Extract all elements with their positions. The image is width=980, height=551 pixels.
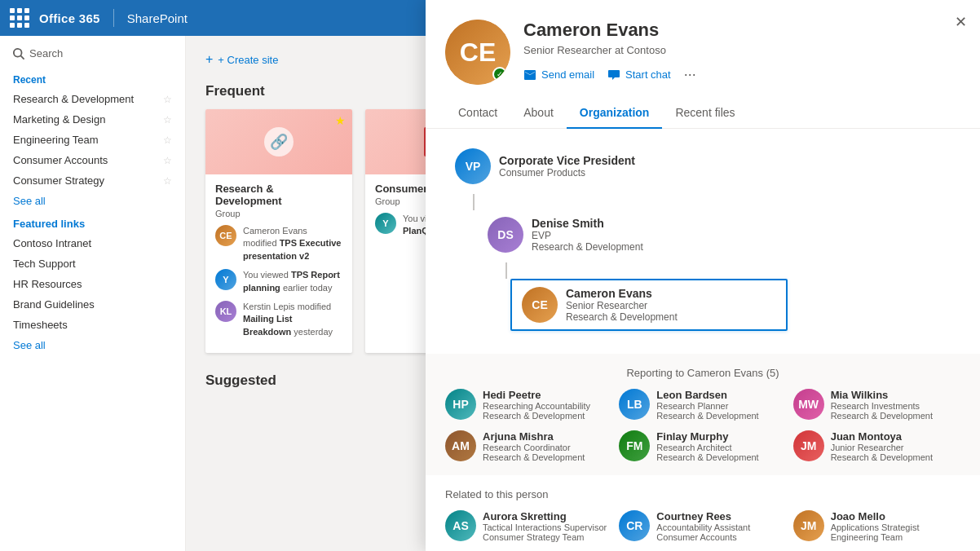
chat-icon <box>607 68 620 82</box>
related-section: Related to this person AS Aurora Skretti… <box>426 475 980 551</box>
tab-organization[interactable]: Organization <box>567 98 663 129</box>
rd-star[interactable]: ★ <box>335 114 346 127</box>
profile-name: Cameron Evans <box>523 20 960 41</box>
report-role-juan: Junior Researcher <box>831 443 933 452</box>
profile-info: Cameron Evans Senior Researcher at Conto… <box>523 20 960 83</box>
report-dept-mia: Research & Development <box>831 411 933 421</box>
report-avatar-mia: MW <box>793 389 824 420</box>
report-avatar-hedi: HP <box>445 389 476 420</box>
more-actions-button[interactable]: ··· <box>684 66 696 83</box>
org-denise-dept: Research & Development <box>532 241 745 253</box>
tab-contact[interactable]: Contact <box>445 98 510 129</box>
avatar-you: Y <box>215 269 236 290</box>
rd-card-body: Research & Development Group CE Cameron … <box>205 174 352 353</box>
org-vp-name: Corporate Vice President <box>499 154 713 167</box>
sidebar-link-contoso[interactable]: Contoso Intranet <box>0 233 185 253</box>
close-button[interactable]: ✕ <box>951 10 970 34</box>
activity-text-3: Kerstin Lepis modified Mailing List Brea… <box>243 301 342 338</box>
sidebar-item-ca[interactable]: Consumer Accounts ☆ <box>0 150 185 170</box>
start-chat-button[interactable]: Start chat <box>607 68 671 82</box>
search-icon <box>13 48 24 60</box>
search-bar[interactable]: Search <box>0 42 185 68</box>
report-info-juan: Juan Montoya Junior Researcher Research … <box>831 430 933 462</box>
sidebar-link-timesheets[interactable]: Timesheets <box>0 315 185 335</box>
related-label: Related to this person <box>445 488 960 500</box>
tab-about[interactable]: About <box>510 98 567 129</box>
rd-card[interactable]: 🔗 ★ Research & Development Group CE Came… <box>205 109 352 353</box>
related-dept-courtney: Consumer Accounts <box>656 532 750 542</box>
org-cameron-card[interactable]: CE Cameron Evans Senior Researcher Resea… <box>510 279 788 331</box>
related-courtney[interactable]: CR Courtney Rees Accountability Assistan… <box>619 510 786 542</box>
report-finlay[interactable]: FM Finlay Murphy Research Architect Rese… <box>619 430 786 462</box>
see-all-featured[interactable]: See all <box>0 335 185 355</box>
org-denise-card[interactable]: DS Denise Smith EVP Research & Developme… <box>478 210 755 259</box>
report-dept-juan: Research & Development <box>831 452 933 462</box>
star-icon-md[interactable]: ☆ <box>163 114 172 126</box>
avatar-status-indicator <box>492 67 507 82</box>
reports-label: Reporting to Cameron Evans (5) <box>445 367 960 379</box>
sidebar-item-et[interactable]: Engineering Team ☆ <box>0 130 185 150</box>
topbar-divider <box>113 9 114 27</box>
star-icon-et[interactable]: ☆ <box>163 134 172 146</box>
related-info-courtney: Courtney Rees Accountability Assistant C… <box>656 510 750 542</box>
related-name-aurora: Aurora Skretting <box>483 510 607 522</box>
activity-3: KL Kerstin Lepis modified Mailing List B… <box>215 301 342 338</box>
org-cameron-info: Cameron Evans Senior Researcher Research… <box>566 287 776 323</box>
report-role-finlay: Research Architect <box>656 443 758 452</box>
org-vp-info: Corporate Vice President Consumer Produc… <box>499 154 713 179</box>
org-denise-name: Denise Smith <box>532 217 745 230</box>
related-avatar-joao: JM <box>793 510 824 541</box>
related-joao[interactable]: JM Joao Mello Applications Strategist En… <box>793 510 960 542</box>
star-icon-rd[interactable]: ☆ <box>163 94 172 105</box>
report-avatar-arjuna: AM <box>445 430 476 461</box>
report-arjuna[interactable]: AM Arjuna Mishra Research Coordinator Re… <box>445 430 612 462</box>
related-aurora[interactable]: AS Aurora Skretting Tactical Interaction… <box>445 510 612 542</box>
see-all-recent[interactable]: See all <box>0 191 185 211</box>
report-dept-arjuna: Research & Development <box>483 452 585 462</box>
sidebar-item-rd[interactable]: Research & Development ☆ <box>0 89 185 109</box>
avatar-you2: Y <box>375 213 396 234</box>
send-email-button[interactable]: Send email <box>523 68 594 82</box>
report-avatar-finlay: FM <box>619 430 650 461</box>
report-role-leon: Research Planner <box>656 401 758 411</box>
search-label: Search <box>29 47 63 60</box>
related-dept-aurora: Consumer Strategy Team <box>483 532 607 542</box>
report-info-hedi: Hedi Peetre Researching Accountability R… <box>483 389 590 421</box>
sidebar-item-md[interactable]: Marketing & Design ☆ <box>0 109 185 130</box>
create-site-button[interactable]: + + Create site <box>205 52 278 67</box>
report-role-arjuna: Research Coordinator <box>483 443 585 452</box>
report-name-arjuna: Arjuna Mishra <box>483 430 585 443</box>
report-juan[interactable]: JM Juan Montoya Junior Researcher Resear… <box>793 430 960 462</box>
related-dept-joao: Engineering Team <box>831 532 920 542</box>
org-vp-card[interactable]: VP Corporate Vice President Consumer Pro… <box>445 142 722 191</box>
related-role-courtney: Accountability Assistant <box>656 522 750 532</box>
star-icon-cs[interactable]: ☆ <box>163 175 172 187</box>
report-role-hedi: Researching Accountability <box>483 401 590 411</box>
org-cameron-name: Cameron Evans <box>566 287 776 300</box>
app-launcher-button[interactable] <box>10 8 29 28</box>
tab-recent-files[interactable]: Recent files <box>662 98 748 129</box>
avatar-cameron: CE <box>215 225 236 246</box>
profile-title: Senior Researcher at Contoso <box>523 44 960 56</box>
related-avatar-courtney: CR <box>619 510 650 541</box>
star-icon-ca[interactable]: ☆ <box>163 155 172 166</box>
rd-banner-icon: 🔗 <box>264 127 294 156</box>
report-hedi[interactable]: HP Hedi Peetre Researching Accountabilit… <box>445 389 612 421</box>
report-info-mia: Mia Wilkins Research Investments Researc… <box>831 389 933 421</box>
email-icon <box>523 68 536 82</box>
related-grid: AS Aurora Skretting Tactical Interaction… <box>445 510 960 551</box>
org-chain: VP Corporate Vice President Consumer Pro… <box>445 142 960 334</box>
sidebar-link-tech[interactable]: Tech Support <box>0 253 185 274</box>
sidebar-link-brand[interactable]: Brand Guidelines <box>0 294 185 315</box>
report-mia[interactable]: MW Mia Wilkins Research Investments Rese… <box>793 389 960 421</box>
org-cameron-avatar: CE <box>522 287 558 323</box>
report-leon[interactable]: LB Leon Bardsen Research Planner Researc… <box>619 389 786 421</box>
related-role-joao: Applications Strategist <box>831 522 920 532</box>
report-avatar-leon: LB <box>619 389 650 420</box>
profile-tabs: Contact About Organization Recent files <box>426 98 980 129</box>
org-vp-dept: Consumer Products <box>499 167 713 179</box>
report-name-mia: Mia Wilkins <box>831 389 933 401</box>
report-avatar-juan: JM <box>793 430 824 461</box>
sidebar-item-cs[interactable]: Consumer Strategy ☆ <box>0 170 185 191</box>
sidebar-link-hr[interactable]: HR Resources <box>0 274 185 294</box>
